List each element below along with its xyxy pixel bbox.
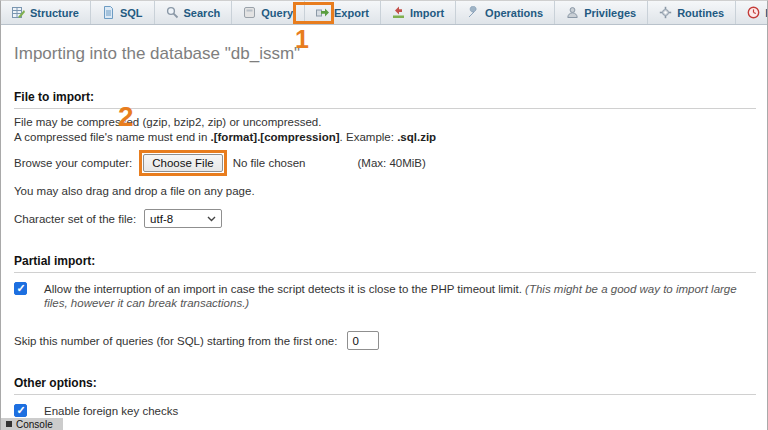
tab-query-label: Query xyxy=(261,7,293,19)
console-toggle[interactable]: Console xyxy=(1,418,63,430)
tab-search-label: Search xyxy=(184,7,221,19)
routines-icon xyxy=(659,6,672,19)
tab-operations-label: Operations xyxy=(485,7,543,19)
operations-icon xyxy=(467,6,480,19)
allow-interruption-checkbox[interactable] xyxy=(14,282,27,295)
skip-queries-label: Skip this number of queries (for SQL) st… xyxy=(14,335,337,347)
foreign-key-checkbox[interactable] xyxy=(14,404,27,417)
step-1-number: 1 xyxy=(295,27,309,52)
section-heading-other-options: Other options: xyxy=(14,376,756,395)
tab-export[interactable]: Export xyxy=(305,1,381,24)
page-title: Importing into the database "db_issm" xyxy=(14,44,756,64)
structure-icon xyxy=(12,6,25,19)
sql-icon xyxy=(102,6,115,19)
browse-row: Browse your computer: Choose File No fil… xyxy=(14,150,756,176)
tab-search[interactable]: Search xyxy=(155,1,233,24)
tab-routines[interactable]: Routines xyxy=(648,1,736,24)
charset-row: Character set of the file: utf-8 xyxy=(14,209,756,228)
charset-select[interactable]: utf-8 xyxy=(144,209,222,228)
choose-file-button[interactable]: Choose File xyxy=(143,154,222,172)
chevron-down-icon xyxy=(207,216,216,222)
section-heading-partial-import: Partial import: xyxy=(14,254,756,273)
database-tab-bar: Structure SQL Search Query Export Import… xyxy=(1,1,767,25)
filename-info-line: A compressed file's name must end in .[f… xyxy=(14,131,756,144)
filename-format-bold: .[format].[compression] xyxy=(211,131,340,143)
skip-queries-input[interactable] xyxy=(347,331,379,350)
tab-sql[interactable]: SQL xyxy=(91,1,155,24)
console-icon xyxy=(6,421,12,427)
filename-info-mid: . Example: xyxy=(340,131,398,143)
tab-import[interactable]: Import xyxy=(381,1,456,24)
charset-label: Character set of the file: xyxy=(14,213,136,225)
search-icon xyxy=(166,6,179,19)
events-icon xyxy=(747,6,760,19)
no-file-chosen-text: No file chosen xyxy=(233,157,306,169)
filename-example-bold: .sql.zip xyxy=(397,131,436,143)
tab-structure-label: Structure xyxy=(30,7,79,19)
tab-export-label: Export xyxy=(334,7,369,19)
max-upload-size: (Max: 40MiB) xyxy=(358,157,426,169)
step-2-highlight-box: Choose File xyxy=(139,150,226,176)
console-label: Console xyxy=(16,419,53,430)
foreign-key-label: Enable foreign key checks xyxy=(44,404,178,418)
privileges-icon xyxy=(566,6,579,19)
tab-routines-label: Routines xyxy=(677,7,724,19)
phpmyadmin-import-page: Structure SQL Search Query Export Import… xyxy=(0,0,768,430)
tab-structure[interactable]: Structure xyxy=(1,1,91,24)
tab-import-label: Import xyxy=(410,7,444,19)
tab-events[interactable]: Events xyxy=(736,1,768,24)
allow-interruption-text: Allow the interruption of an import in c… xyxy=(44,283,522,295)
allow-interruption-label: Allow the interruption of an import in c… xyxy=(44,282,756,310)
query-icon xyxy=(243,6,256,19)
foreign-key-row: Enable foreign key checks xyxy=(14,404,756,418)
tab-sql-label: SQL xyxy=(120,7,143,19)
tab-privileges[interactable]: Privileges xyxy=(555,1,648,24)
export-icon xyxy=(316,6,329,19)
skip-queries-row: Skip this number of queries (for SQL) st… xyxy=(14,331,756,350)
allow-interruption-row: Allow the interruption of an import in c… xyxy=(14,282,756,310)
step-2-number: 2 xyxy=(118,103,134,131)
import-form: Importing into the database "db_issm" Fi… xyxy=(1,44,767,430)
import-icon xyxy=(392,6,405,19)
charset-selected-value: utf-8 xyxy=(150,213,173,225)
browse-label: Browse your computer: xyxy=(14,157,132,169)
tab-query[interactable]: Query xyxy=(232,1,305,24)
tab-operations[interactable]: Operations xyxy=(456,1,555,24)
filename-info-prefix: A compressed file's name must end in xyxy=(14,131,211,143)
tab-privileges-label: Privileges xyxy=(584,7,636,19)
drag-drop-hint: You may also drag and drop a file on any… xyxy=(14,185,756,198)
